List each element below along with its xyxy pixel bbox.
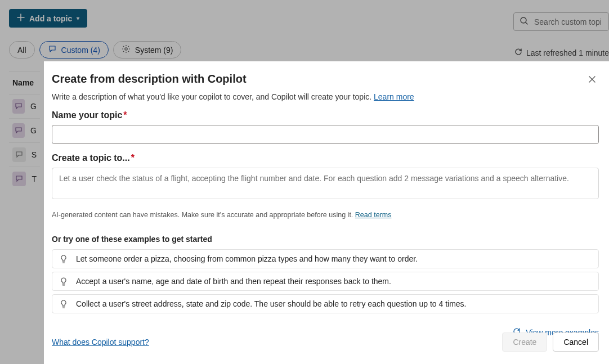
required-indicator: * [131, 153, 135, 163]
close-button[interactable] [585, 73, 599, 88]
topic-name-input[interactable] [52, 125, 599, 144]
copilot-support-link[interactable]: What does Copilot support? [52, 338, 149, 347]
lightbulb-icon [59, 277, 68, 286]
learn-more-link[interactable]: Learn more [374, 92, 414, 101]
read-terms-link[interactable]: Read terms [355, 211, 392, 219]
create-topic-dialog: Create from description with Copilot Wri… [44, 61, 609, 364]
cancel-button[interactable]: Cancel [553, 332, 599, 352]
close-icon [588, 77, 597, 86]
example-text: Let someone order a pizza, choosing from… [76, 254, 418, 263]
ai-disclaimer: AI-generated content can have mistakes. … [52, 211, 599, 219]
topic-description-input[interactable] [52, 168, 599, 199]
lightbulb-icon [59, 299, 68, 308]
lightbulb-icon [59, 254, 68, 263]
required-indicator: * [123, 110, 127, 120]
example-list: Let someone order a pizza, choosing from… [52, 249, 599, 313]
example-item[interactable]: Let someone order a pizza, choosing from… [52, 249, 599, 268]
example-text: Accept a user's name, age and date of bi… [76, 277, 391, 286]
description-field-label: Create a topic to...* [52, 153, 599, 163]
create-button[interactable]: Create [502, 332, 547, 352]
name-field-label: Name your topic* [52, 110, 599, 120]
dialog-title: Create from description with Copilot [52, 73, 247, 86]
dialog-subtitle: Write a description of what you'd like y… [52, 92, 599, 101]
example-item[interactable]: Accept a user's name, age and date of bi… [52, 272, 599, 291]
example-text: Collect a user's street address, state a… [76, 299, 466, 308]
example-item[interactable]: Collect a user's street address, state a… [52, 294, 599, 313]
examples-heading: Or try one of these examples to get star… [52, 235, 599, 244]
